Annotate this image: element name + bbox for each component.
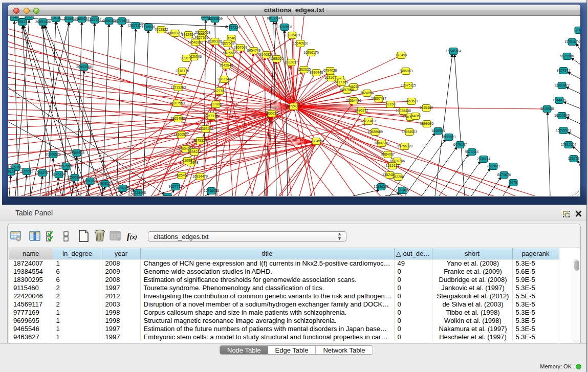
- svg-text:19654983: 19654983: [170, 117, 186, 120]
- svg-text:2055712: 2055712: [16, 20, 30, 24]
- svg-text:2935114: 2935114: [477, 157, 490, 161]
- svg-text:1145194: 1145194: [52, 172, 66, 176]
- svg-text:2718170: 2718170: [176, 69, 189, 73]
- svg-text:6479197: 6479197: [453, 143, 467, 146]
- svg-text:15640910: 15640910: [293, 41, 308, 45]
- svg-text:1440954: 1440954: [431, 129, 445, 133]
- svg-text:12093872: 12093872: [554, 83, 570, 87]
- svg-text:9115460: 9115460: [420, 106, 433, 110]
- svg-text:18724007: 18724007: [286, 104, 301, 108]
- svg-text:10543382: 10543382: [188, 40, 203, 44]
- svg-text:1679: 1679: [509, 181, 517, 184]
- svg-text:1498222: 1498222: [188, 150, 202, 154]
- svg-text:39159: 39159: [8, 170, 16, 173]
- svg-text:20691406: 20691406: [35, 20, 51, 24]
- svg-text:2300295: 2300295: [265, 112, 279, 115]
- svg-text:104341: 104341: [63, 17, 75, 20]
- svg-text:19218506: 19218506: [277, 25, 292, 29]
- svg-text:9463627: 9463627: [405, 99, 419, 103]
- svg-text:19384554: 19384554: [309, 139, 324, 143]
- svg-text:8471676: 8471676: [497, 173, 511, 177]
- svg-text:7486372: 7486372: [355, 108, 368, 112]
- svg-text:10688609: 10688609: [367, 130, 383, 134]
- svg-text:7632621: 7632621: [487, 164, 500, 168]
- svg-text:16996170: 16996170: [303, 51, 319, 54]
- svg-text:17359928: 17359928: [69, 151, 84, 155]
- svg-text:8938923: 8938923: [442, 135, 456, 139]
- svg-text:12213363: 12213363: [170, 85, 186, 89]
- svg-text:7625402: 7625402: [175, 173, 189, 177]
- svg-text:12505135: 12505135: [67, 176, 82, 179]
- svg-text:3267130: 3267130: [205, 114, 219, 118]
- svg-text:7357224: 7357224: [227, 26, 241, 29]
- svg-text:417006: 417006: [210, 102, 222, 106]
- svg-text:10975657: 10975657: [58, 164, 74, 168]
- svg-text:164957: 164957: [410, 114, 422, 118]
- svg-text:989073: 989073: [181, 56, 192, 60]
- svg-text:9327508: 9327508: [221, 41, 235, 45]
- svg-text:20364436: 20364436: [346, 99, 361, 102]
- svg-text:19756928: 19756928: [397, 144, 412, 148]
- svg-text:16671355: 16671355: [128, 24, 143, 27]
- svg-text:16210643: 16210643: [554, 114, 570, 117]
- svg-text:62160: 62160: [386, 102, 396, 106]
- svg-text:3215958: 3215958: [540, 107, 554, 111]
- svg-text:1615152: 1615152: [386, 164, 400, 167]
- svg-text:6794028: 6794028: [323, 69, 337, 72]
- svg-text:9474444: 9474444: [465, 150, 479, 154]
- svg-text:16914479: 16914479: [192, 174, 208, 178]
- svg-text:15720407: 15720407: [361, 119, 376, 123]
- svg-text:11099: 11099: [183, 159, 192, 162]
- svg-text:1117: 1117: [575, 28, 580, 32]
- svg-text:252254: 252254: [393, 175, 404, 179]
- svg-text:1733426: 1733426: [396, 188, 409, 192]
- svg-text:1546: 1546: [227, 36, 235, 40]
- svg-text:9242848: 9242848: [220, 63, 233, 67]
- svg-text:9657771: 9657771: [169, 185, 183, 188]
- svg-text:20053346: 20053346: [76, 65, 92, 69]
- svg-text:8454749: 8454749: [247, 49, 261, 52]
- svg-text:9777169: 9777169: [335, 80, 349, 84]
- svg-text:10025438: 10025438: [396, 109, 411, 113]
- svg-text:15751074: 15751074: [564, 40, 580, 43]
- svg-text:126753: 126753: [568, 157, 580, 160]
- svg-text:9084067: 9084067: [381, 152, 395, 156]
- svg-text:19166827: 19166827: [173, 133, 189, 136]
- svg-text:23226058: 23226058: [195, 31, 210, 34]
- svg-text:9129966: 9129966: [560, 54, 574, 58]
- svg-text:1244415: 1244415: [553, 98, 567, 102]
- svg-text:8322037: 8322037: [285, 60, 298, 64]
- svg-text:2803144: 2803144: [217, 77, 231, 81]
- svg-text:15136141: 15136141: [374, 185, 389, 188]
- svg-text:7515526: 7515526: [142, 25, 156, 29]
- svg-text:20206576: 20206576: [46, 152, 61, 156]
- svg-text:9699695: 9699695: [420, 122, 434, 125]
- svg-text:7663822: 7663822: [155, 28, 168, 31]
- svg-text:6497568: 6497568: [340, 88, 354, 92]
- svg-text:1527602: 1527602: [88, 18, 102, 21]
- svg-text:10807487: 10807487: [371, 97, 386, 100]
- svg-text:3024554: 3024554: [360, 91, 374, 95]
- svg-text:1588520: 1588520: [270, 57, 284, 60]
- svg-text:19654923: 19654923: [402, 130, 417, 134]
- svg-text:8427552: 8427552: [213, 89, 227, 93]
- svg-text:8990448: 8990448: [310, 71, 323, 74]
- svg-text:1362615: 1362615: [297, 68, 311, 71]
- svg-text:173493: 173493: [396, 53, 407, 57]
- svg-text:8912954: 8912954: [182, 33, 195, 36]
- svg-text:16107553: 16107553: [169, 101, 185, 105]
- svg-text:2867608: 2867608: [234, 46, 248, 49]
- svg-text:8878334: 8878334: [193, 139, 207, 142]
- svg-text:15692971: 15692971: [556, 128, 571, 132]
- svg-text:15716485: 15716485: [204, 189, 219, 192]
- svg-text:1115682: 1115682: [20, 169, 33, 173]
- svg-text:8660123: 8660123: [168, 31, 182, 35]
- svg-text:17916504: 17916504: [561, 143, 576, 146]
- svg-text:8186328: 8186328: [208, 39, 222, 43]
- svg-text:13325419: 13325419: [285, 33, 300, 37]
- svg-text:17957225: 17957225: [82, 179, 98, 183]
- svg-text:12923448: 12923448: [130, 191, 146, 194]
- svg-text:16648784: 16648784: [446, 49, 461, 53]
- svg-text:10958107: 10958107: [97, 182, 113, 185]
- svg-text:18807249: 18807249: [374, 141, 389, 145]
